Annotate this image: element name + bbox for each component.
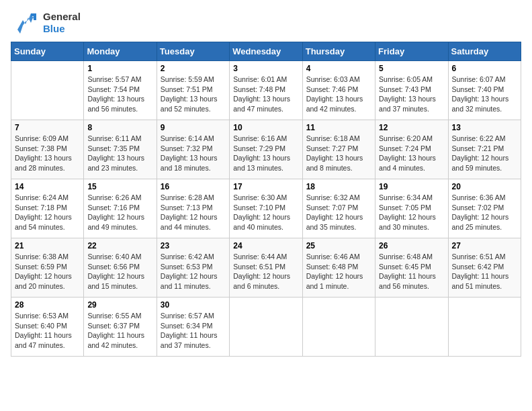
calendar-cell: 28Sunrise: 6:53 AM Sunset: 6:40 PM Dayli… [11,298,84,357]
day-number: 10 [233,123,298,132]
day-number: 11 [306,123,371,132]
day-number: 19 [379,182,444,191]
day-info: Sunrise: 6:34 AM Sunset: 7:05 PM Dayligh… [379,193,444,232]
calendar-cell: 7Sunrise: 6:09 AM Sunset: 7:38 PM Daylig… [11,120,84,179]
day-info: Sunrise: 6:09 AM Sunset: 7:38 PM Dayligh… [15,134,80,173]
dow-wednesday: Wednesday [230,42,302,61]
calendar-cell: 25Sunrise: 6:46 AM Sunset: 6:48 PM Dayli… [302,238,375,298]
calendar-cell: 24Sunrise: 6:44 AM Sunset: 6:51 PM Dayli… [230,238,302,298]
day-info: Sunrise: 6:28 AM Sunset: 7:13 PM Dayligh… [161,193,226,232]
calendar-cell: 1Sunrise: 5:57 AM Sunset: 7:54 PM Daylig… [84,61,157,120]
calendar-cell: 27Sunrise: 6:51 AM Sunset: 6:42 PM Dayli… [448,238,521,298]
day-info: Sunrise: 6:30 AM Sunset: 7:10 PM Dayligh… [233,193,298,232]
calendar-cell: 16Sunrise: 6:28 AM Sunset: 7:13 PM Dayli… [157,179,229,238]
calendar-cell: 21Sunrise: 6:38 AM Sunset: 6:59 PM Dayli… [11,238,84,298]
day-info: Sunrise: 6:32 AM Sunset: 7:07 PM Dayligh… [306,193,371,232]
day-number: 12 [379,123,444,132]
logo-container: General Blue [11,11,81,35]
calendar-cell: 15Sunrise: 6:26 AM Sunset: 7:16 PM Dayli… [84,179,157,238]
day-number: 23 [161,241,226,250]
calendar-cell: 19Sunrise: 6:34 AM Sunset: 7:05 PM Dayli… [375,179,448,238]
calendar-cell [302,298,375,357]
day-info: Sunrise: 6:42 AM Sunset: 6:53 PM Dayligh… [161,252,226,291]
calendar-cell [11,61,84,120]
dow-thursday: Thursday [302,42,375,61]
day-number: 25 [306,241,371,250]
day-number: 8 [87,123,152,132]
calendar-cell: 11Sunrise: 6:18 AM Sunset: 7:27 PM Dayli… [302,120,375,179]
day-info: Sunrise: 6:36 AM Sunset: 7:02 PM Dayligh… [452,193,517,232]
calendar-cell: 5Sunrise: 6:05 AM Sunset: 7:43 PM Daylig… [375,61,448,120]
day-info: Sunrise: 6:38 AM Sunset: 6:59 PM Dayligh… [15,252,80,291]
calendar-cell: 26Sunrise: 6:48 AM Sunset: 6:45 PM Dayli… [375,238,448,298]
header: General Blue [11,11,521,35]
calendar-cell: 10Sunrise: 6:16 AM Sunset: 7:29 PM Dayli… [230,120,302,179]
day-info: Sunrise: 5:57 AM Sunset: 7:54 PM Dayligh… [87,75,152,114]
day-number: 9 [161,123,226,132]
day-info: Sunrise: 6:20 AM Sunset: 7:24 PM Dayligh… [379,134,444,173]
day-info: Sunrise: 6:07 AM Sunset: 7:40 PM Dayligh… [452,75,517,114]
day-info: Sunrise: 6:48 AM Sunset: 6:45 PM Dayligh… [379,252,444,291]
day-number: 16 [161,182,226,191]
calendar-cell: 3Sunrise: 6:01 AM Sunset: 7:48 PM Daylig… [230,61,302,120]
day-number: 22 [87,241,152,250]
day-info: Sunrise: 6:11 AM Sunset: 7:35 PM Dayligh… [87,134,152,173]
day-number: 20 [452,182,517,191]
day-number: 29 [87,300,152,310]
calendar-cell [448,298,521,357]
day-number: 3 [233,64,298,73]
logo-blue-text: Blue [43,23,81,35]
day-info: Sunrise: 6:46 AM Sunset: 6:48 PM Dayligh… [306,252,371,291]
day-number: 30 [161,300,226,310]
day-info: Sunrise: 6:24 AM Sunset: 7:18 PM Dayligh… [15,193,80,232]
week-row-2: 7Sunrise: 6:09 AM Sunset: 7:38 PM Daylig… [11,120,521,179]
day-info: Sunrise: 6:57 AM Sunset: 6:34 PM Dayligh… [161,311,226,351]
calendar-cell: 4Sunrise: 6:03 AM Sunset: 7:46 PM Daylig… [302,61,375,120]
day-number: 6 [452,64,517,73]
day-info: Sunrise: 6:26 AM Sunset: 7:16 PM Dayligh… [87,193,152,232]
calendar-body: 1Sunrise: 5:57 AM Sunset: 7:54 PM Daylig… [11,61,521,357]
calendar-cell: 2Sunrise: 5:59 AM Sunset: 7:51 PM Daylig… [157,61,229,120]
calendar-cell [230,298,302,357]
day-number: 5 [379,64,444,73]
logo: General Blue [11,11,81,35]
day-number: 26 [379,241,444,250]
week-row-3: 14Sunrise: 6:24 AM Sunset: 7:18 PM Dayli… [11,179,521,238]
day-number: 21 [15,241,80,250]
calendar-cell: 30Sunrise: 6:57 AM Sunset: 6:34 PM Dayli… [157,298,229,357]
day-of-week-header: SundayMondayTuesdayWednesdayThursdayFrid… [11,42,521,61]
day-number: 15 [87,182,152,191]
day-info: Sunrise: 6:14 AM Sunset: 7:32 PM Dayligh… [161,134,226,173]
dow-friday: Friday [375,42,448,61]
logo-svg [11,11,39,35]
day-info: Sunrise: 6:22 AM Sunset: 7:21 PM Dayligh… [452,134,517,173]
day-number: 28 [15,300,80,310]
day-number: 17 [233,182,298,191]
day-info: Sunrise: 6:55 AM Sunset: 6:37 PM Dayligh… [87,311,152,351]
dow-monday: Monday [84,42,157,61]
calendar-cell: 17Sunrise: 6:30 AM Sunset: 7:10 PM Dayli… [230,179,302,238]
day-info: Sunrise: 6:44 AM Sunset: 6:51 PM Dayligh… [233,252,298,291]
day-info: Sunrise: 6:03 AM Sunset: 7:46 PM Dayligh… [306,75,371,114]
calendar-cell: 13Sunrise: 6:22 AM Sunset: 7:21 PM Dayli… [448,120,521,179]
calendar-cell [375,298,448,357]
dow-saturday: Saturday [448,42,521,61]
calendar-cell: 23Sunrise: 6:42 AM Sunset: 6:53 PM Dayli… [157,238,229,298]
day-info: Sunrise: 6:01 AM Sunset: 7:48 PM Dayligh… [233,75,298,114]
day-number: 1 [87,64,152,73]
day-number: 24 [233,241,298,250]
calendar-cell: 29Sunrise: 6:55 AM Sunset: 6:37 PM Dayli… [84,298,157,357]
calendar-cell: 14Sunrise: 6:24 AM Sunset: 7:18 PM Dayli… [11,179,84,238]
svg-marker-0 [17,13,36,34]
day-info: Sunrise: 6:53 AM Sunset: 6:40 PM Dayligh… [15,311,80,351]
calendar-cell: 20Sunrise: 6:36 AM Sunset: 7:02 PM Dayli… [448,179,521,238]
week-row-1: 1Sunrise: 5:57 AM Sunset: 7:54 PM Daylig… [11,61,521,120]
logo-text-block: General Blue [43,11,81,35]
week-row-5: 28Sunrise: 6:53 AM Sunset: 6:40 PM Dayli… [11,298,521,357]
dow-tuesday: Tuesday [157,42,229,61]
day-info: Sunrise: 6:05 AM Sunset: 7:43 PM Dayligh… [379,75,444,114]
week-row-4: 21Sunrise: 6:38 AM Sunset: 6:59 PM Dayli… [11,238,521,298]
dow-sunday: Sunday [11,42,84,61]
day-number: 4 [306,64,371,73]
day-number: 2 [161,64,226,73]
